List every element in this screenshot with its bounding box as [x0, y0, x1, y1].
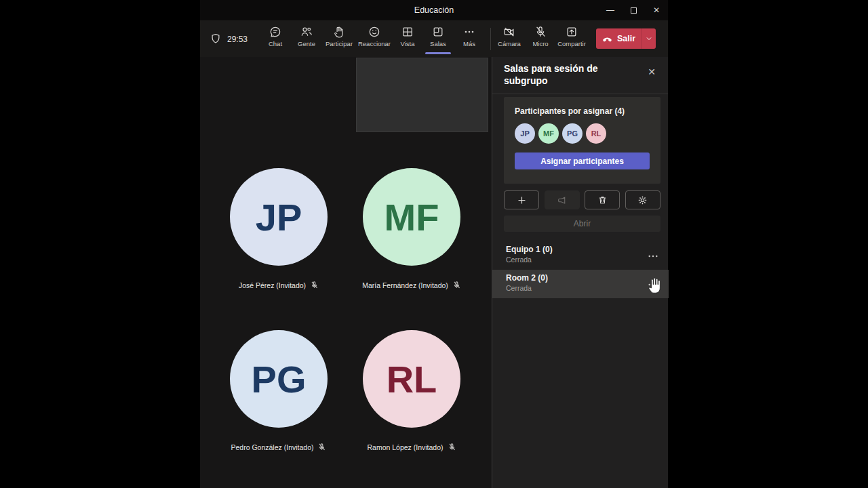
close-panel-button[interactable]: ✕ — [645, 65, 658, 79]
gear-icon — [637, 195, 648, 206]
teams-meeting-window: Educación — ✕ 29:53 Chat Gente Participa… — [200, 0, 668, 488]
tab-vista[interactable]: Vista — [393, 20, 422, 57]
title-bar: Educación — ✕ — [200, 0, 668, 20]
avatar: PG — [230, 330, 328, 428]
assign-participants-button[interactable]: Asignar participantes — [515, 152, 650, 169]
hangup-icon — [601, 33, 613, 45]
tab-gente[interactable]: Gente — [291, 20, 322, 57]
leave-button[interactable]: Salir — [596, 28, 656, 49]
avatar-chip: PG — [562, 123, 583, 144]
more-options-icon — [647, 279, 659, 291]
participant-tile: RL Ramon López (Invitado) — [345, 330, 478, 451]
participant-tile: MF María Fernández (Invitado) — [345, 168, 478, 289]
toolbar-tabs: Chat Gente Participar Reaccionar Vista S… — [260, 20, 485, 57]
breakout-rooms-panel: Salas para sesión de subgrupo ✕ Particip… — [492, 57, 668, 488]
participant-name: José Pérez (Invitado) — [239, 281, 306, 289]
participant-tile: JP José Pérez (Invitado) — [212, 168, 345, 289]
trash-icon — [597, 195, 608, 206]
share-icon — [565, 25, 578, 39]
plus-icon — [516, 195, 528, 206]
avatar-chip: MF — [538, 123, 559, 144]
room-row-equipo-1[interactable]: Equipo 1 (0) Cerrada — [492, 241, 669, 270]
participant-name: María Fernández (Invitado) — [362, 281, 448, 289]
participant-name: Ramon López (Invitado) — [367, 443, 443, 451]
people-icon — [300, 25, 313, 39]
leave-main[interactable]: Salir — [596, 28, 641, 49]
announce-button[interactable] — [545, 190, 580, 209]
tab-mas[interactable]: Más — [454, 20, 485, 57]
avatar-chip: JP — [515, 123, 535, 144]
react-smiley-icon — [368, 25, 381, 39]
unassigned-participants-card: Participantes por asignar (4) JP MF PG R… — [504, 97, 660, 184]
leave-options-chevron[interactable] — [641, 28, 656, 49]
tab-salas[interactable]: Salas — [422, 20, 454, 57]
meeting-timer: 29:53 — [227, 35, 248, 44]
raise-hand-icon — [332, 25, 346, 39]
room-more-options-button[interactable] — [647, 279, 659, 289]
leave-label: Salir — [617, 34, 635, 43]
megaphone-icon — [556, 195, 568, 206]
self-video-placeholder — [356, 58, 488, 132]
panel-title: Salas para sesión de subgrupo — [504, 62, 641, 87]
camera-toggle[interactable]: Cámara — [494, 20, 525, 57]
chat-icon — [269, 25, 282, 39]
room-actions — [504, 190, 660, 209]
delete-room-button[interactable] — [585, 190, 620, 209]
toolbar-divider — [490, 28, 491, 50]
tab-reaccionar[interactable]: Reaccionar — [356, 20, 393, 57]
minimize-button[interactable]: — — [599, 0, 622, 20]
room-list: Equipo 1 (0) Cerrada Room 2 (0) Cerrada — [492, 241, 669, 298]
muted-mic-icon — [448, 443, 456, 451]
room-more-options-button[interactable] — [647, 250, 659, 261]
participant-tile: PG Pedro González (Invitado) — [212, 330, 345, 451]
participant-name: Pedro González (Invitado) — [231, 443, 314, 451]
meeting-title: Educación — [414, 5, 454, 15]
unassigned-label: Participantes por asignar (4) — [515, 106, 650, 116]
meeting-toolbar: 29:53 Chat Gente Participar Reaccionar V… — [200, 20, 668, 57]
avatar: JP — [230, 168, 328, 266]
avatar: MF — [363, 168, 460, 266]
chevron-down-icon — [645, 35, 653, 43]
avatar: RL — [363, 330, 460, 428]
maximize-button[interactable] — [622, 0, 645, 20]
mic-off-icon — [534, 25, 547, 39]
more-icon — [462, 25, 476, 39]
camera-off-icon — [502, 25, 516, 39]
meeting-stage: JP José Pérez (Invitado) MF María Fernán… — [200, 57, 492, 488]
view-grid-icon — [401, 25, 414, 39]
add-room-button[interactable] — [504, 190, 539, 209]
device-buttons: Cámara Micro Compartir — [494, 20, 587, 57]
room-row-room-2[interactable]: Room 2 (0) Cerrada — [492, 270, 669, 298]
room-settings-button[interactable] — [625, 190, 660, 209]
muted-mic-icon — [452, 281, 461, 289]
close-window-button[interactable]: ✕ — [645, 0, 668, 20]
open-rooms-button[interactable]: Abrir — [504, 216, 660, 232]
tab-participar[interactable]: Participar — [322, 20, 356, 57]
mic-toggle[interactable]: Micro — [525, 20, 556, 57]
muted-mic-icon — [310, 281, 319, 289]
muted-mic-icon — [317, 443, 326, 451]
more-options-icon — [647, 250, 659, 262]
unassigned-avatars: JP MF PG RL — [515, 123, 650, 144]
tab-chat[interactable]: Chat — [260, 20, 291, 57]
maximize-icon — [631, 7, 637, 14]
share-button[interactable]: Compartir — [556, 20, 587, 57]
avatar-chip: RL — [586, 123, 606, 144]
window-controls: — ✕ — [599, 0, 668, 20]
security-shield-icon — [210, 33, 222, 47]
breakout-rooms-icon — [431, 25, 445, 39]
panel-header: Salas para sesión de subgrupo ✕ — [492, 57, 668, 94]
